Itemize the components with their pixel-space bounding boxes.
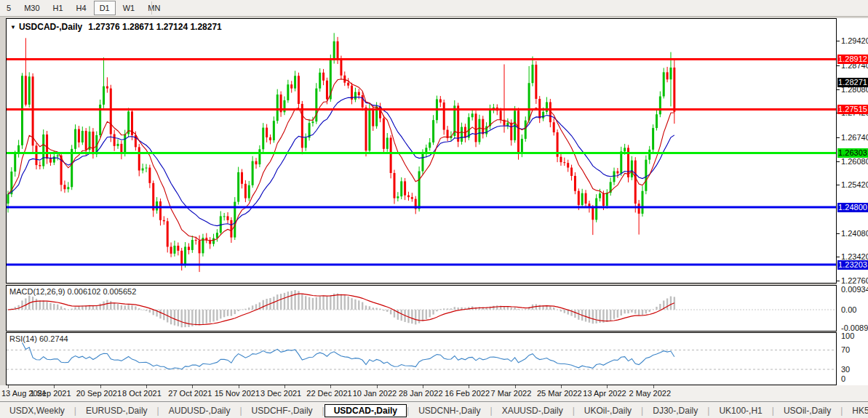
timeframe-button-m30[interactable]: M30 [18,1,45,15]
candle-145 [521,139,523,154]
macd-indicator-label: MACD(12,26,9) 0.006102 0.005652 [9,287,136,296]
candle-188 [673,68,675,112]
candle-146 [525,121,527,139]
chart-dropdown-icon[interactable]: ▼ [10,24,16,31]
candle-38 [142,169,144,171]
candle-22 [85,131,87,150]
chart-ohlc-values: 1.27376 1.28671 1.27124 1.28271 [88,22,222,32]
rsi-indicator-label: RSI(14) 60.2744 [9,334,68,343]
date-axis-label: 15 Nov 2021 [215,389,260,398]
candle-87 [315,89,317,122]
candle-6 [28,76,31,105]
macd-current-values: 0.006102 0.005652 [67,287,136,296]
date-axis-label: 8 Oct 2021 [122,389,162,398]
date-axis-tick [561,385,562,388]
candle-142 [510,123,512,140]
candle-73 [266,128,268,137]
date-axis-label: 1 Sep 2021 [30,389,71,398]
tab-ukoildaily[interactable]: UKOil-,Daily [575,404,641,417]
timeframe-button-h1[interactable]: H1 [47,1,69,15]
candle-110 [397,196,399,198]
date-axis-label: 27 Oct 2021 [168,389,212,398]
candle-111 [400,181,402,196]
candle-159 [570,168,573,176]
candle-158 [567,163,569,167]
candle-114 [411,197,413,198]
candle-109 [393,173,395,198]
candle-74 [269,137,271,140]
timeframe-toolbar: 5M30H1H4D1W1MN [0,0,868,17]
tab-dj30daily[interactable]: DJ30-,Daily [643,404,707,417]
candle-81 [294,76,296,88]
candlestick-chart[interactable] [7,19,836,283]
candle-157 [563,162,565,163]
toolbar-divider [151,1,152,15]
candle-69 [252,161,254,185]
candle-62 [227,216,229,220]
candle-50 [184,246,186,264]
candle-151 [542,112,544,118]
candle-46 [170,246,172,253]
candle-180 [645,160,647,191]
date-axis-label: 10 Jan 2022 [353,389,397,398]
tab-uk100h1[interactable]: UK100-,H1 [709,404,771,417]
candle-70 [255,161,258,164]
date-axis-label: 22 Dec 2021 [306,389,351,398]
date-axis-label: 2 May 2022 [629,389,671,398]
candle-18 [71,149,73,187]
timeframe-button-w1[interactable]: W1 [117,1,141,15]
candle-53 [195,240,197,241]
candle-7 [32,76,34,145]
candle-144 [517,110,519,153]
candle-90 [326,81,328,100]
tab-usdchfdaily[interactable]: USDCHF-,Daily [242,404,322,417]
candle-161 [578,191,580,205]
candle-0 [7,194,9,204]
candle-162 [581,193,584,205]
date-axis-tick [377,385,378,388]
tab-eurusddaily[interactable]: EURUSD-,Daily [76,404,157,417]
candle-160 [574,176,576,191]
chart-symbol-label: USDCAD-,Daily [19,22,82,32]
candle-166 [595,198,597,220]
timeframe-button-d1[interactable]: D1 [94,1,116,15]
candle-17 [67,187,69,189]
candle-20 [78,129,80,142]
tab-audusddaily[interactable]: AUDUSD-,Daily [159,404,240,417]
candle-45 [167,221,169,246]
date-axis-tick [515,385,516,388]
candle-169 [606,193,608,206]
chart-tabbar: USDX,Weekly|EURUSD-,Daily|AUDUSD-,Daily|… [0,401,868,418]
candle-68 [248,185,250,198]
candle-24 [92,132,94,154]
tab-usdcnhdaily[interactable]: USDCNH-,Daily [409,404,490,417]
candle-185 [663,72,665,96]
date-axis-tick [469,385,469,388]
candle-148 [531,65,533,83]
timeframe-button-5[interactable]: 5 [1,1,17,15]
rsi-chart[interactable] [7,333,836,385]
date-axis-tick [8,385,9,388]
tab-usdxweekly[interactable]: USDX,Weekly [0,404,74,417]
candle-75 [273,121,275,140]
timeframe-button-mn[interactable]: MN [142,1,166,15]
candle-49 [180,251,183,265]
date-axis-label: 20 Sep 2021 [76,389,122,398]
candle-16 [63,185,65,189]
candle-182 [652,128,654,150]
timeframe-button-h4[interactable]: H4 [71,1,92,15]
tab-hk50[interactable]: HK50-, [843,404,868,417]
date-axis-tick [607,385,608,388]
candle-163 [585,193,587,204]
tab-usoildaily[interactable]: USOil-,Daily [774,404,840,417]
candle-84 [305,137,307,148]
tab-xauusddaily[interactable]: XAUUSD-,Daily [493,404,573,417]
date-axis-tick [653,385,654,388]
date-axis-tick [423,385,423,388]
candle-30 [114,134,116,146]
tab-usdcaddaily[interactable]: USDCAD-,Daily [324,404,407,417]
candle-165 [592,208,594,220]
candle-149 [535,65,537,99]
candle-80 [290,84,292,88]
candle-168 [602,193,605,206]
